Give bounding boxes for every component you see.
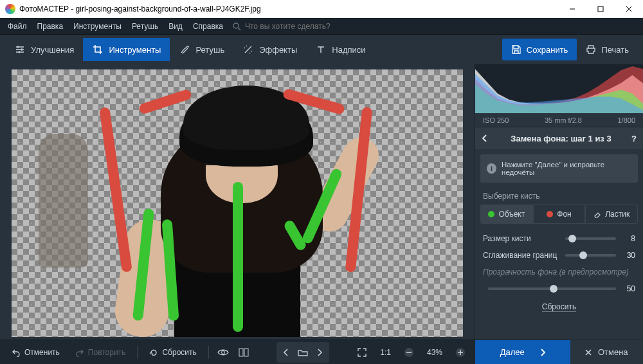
info-icon: i [487,163,496,174]
text-icon [315,44,327,55]
chevron-right-icon [540,349,545,356]
prev-file-button[interactable] [278,343,294,361]
main-area: Отменить Повторить Сбросить 1:1 [0,64,643,364]
meta-shutter: 1/800 [617,116,635,124]
redo-button[interactable]: Повторить [69,343,132,361]
window-minimize-button[interactable] [558,0,586,18]
menu-tools[interactable]: Инструменты [68,18,127,35]
open-folder-button[interactable] [294,343,311,361]
zoom-pct-label: 43% [427,348,442,357]
sliders-icon [14,44,26,55]
menu-help[interactable]: Справка [188,18,228,35]
svg-rect-0 [598,6,603,12]
menu-bar: Файл Правка Инструменты Ретушь Вид Справ… [0,18,643,35]
brush-bg-button[interactable]: Фон [533,205,586,224]
panel-back-button[interactable] [482,134,491,142]
panel-hint: i Нажмите "Далее" и исправьте недочёты [480,154,638,183]
zoom-in-button[interactable] [451,343,469,361]
background-figure [39,134,88,268]
preview-toggle-button[interactable] [214,343,232,361]
panel-footer: Далее Отмена [475,340,643,364]
tab-effects[interactable]: Эффекты [233,38,306,61]
window-title: ФотоМАСТЕР - girl-posing-against-backgro… [19,5,558,14]
brush-object-label: Объект [498,210,525,219]
reset-link[interactable]: Сбросить [542,302,576,312]
brush-section-label: Выберите кисть [475,188,643,205]
save-button[interactable]: Сохранить [502,39,577,60]
tab-text[interactable]: Надписи [306,38,374,61]
print-button[interactable]: Печать [577,39,638,60]
next-file-button[interactable] [311,343,328,361]
panel-title: Замена фона: шаг 1 из 3 [497,134,625,143]
meta-lens: 35 mm f/2.8 [545,116,582,124]
zoom-out-button[interactable] [400,343,418,361]
search-icon [232,22,241,31]
app-logo-icon [5,4,15,14]
brush-eraser-button[interactable]: Ластик [585,205,638,224]
redo-icon [75,348,84,357]
tab-label: Ретушь [195,45,224,55]
next-button[interactable]: Далее [475,340,570,364]
save-label: Сохранить [527,45,568,55]
window-maximize-button[interactable] [586,0,615,18]
fit-screen-button[interactable] [353,343,371,361]
bottom-bar: Отменить Повторить Сбросить 1:1 [0,340,475,364]
reset-icon [149,348,158,357]
window-close-button[interactable] [615,0,643,18]
divider [208,346,209,359]
tab-tools[interactable]: Инструменты [83,38,170,61]
file-nav-group [276,342,329,363]
opacity-hint: (в предпросмотре) [559,268,629,277]
next-label: Далее [500,347,525,357]
zoom-value[interactable]: 43% [421,343,449,361]
opacity-section-label: Прозрачность фона (в предпросмотре) [475,264,643,280]
canvas[interactable] [0,64,475,340]
brush-size-slider[interactable] [565,237,616,240]
bg-stroke [138,88,192,114]
opacity-slider[interactable] [488,287,616,290]
brush-size-value: 8 [621,234,635,243]
menu-view[interactable]: Вид [163,18,188,35]
menu-file[interactable]: Файл [3,18,32,35]
object-dot-icon [488,211,494,217]
smooth-row: Сглаживание границ 30 [475,247,643,264]
crop-icon [92,44,104,55]
menu-search-input[interactable] [241,22,370,31]
opacity-value: 50 [621,284,635,293]
redo-label: Повторить [88,348,126,357]
brush-bg-label: Фон [557,210,571,219]
menu-edit[interactable]: Правка [32,18,69,35]
right-sidebar: ISO 250 35 mm f/2.8 1/800 Замена фона: ш… [475,64,643,364]
image-preview[interactable] [12,69,463,337]
histogram-chart[interactable] [475,64,643,113]
reset-link-wrap: Сбросить [475,297,643,314]
tab-label: Улучшения [31,45,74,55]
opacity-row: 50 [475,280,643,297]
undo-button[interactable]: Отменить [5,343,66,361]
brush-buttons: Объект Фон Ластик [480,205,638,224]
cancel-label: Отмена [598,347,628,357]
svg-point-1 [233,23,239,28]
bg-dot-icon [547,211,553,217]
tool-tabs: Улучшения Инструменты Ретушь Эффекты Над… [0,35,643,64]
panel-help-button[interactable]: ? [631,134,637,143]
cancel-button[interactable]: Отмена [570,340,643,364]
zoom-ratio-label: 1:1 [380,348,391,357]
tab-retouch[interactable]: Ретушь [170,38,233,61]
subject-glasses [206,163,278,177]
opacity-label: Прозрачность фона [483,268,557,277]
canvas-wrap: Отменить Повторить Сбросить 1:1 [0,64,475,364]
tab-enhance[interactable]: Улучшения [5,38,83,61]
image-metadata: ISO 250 35 mm f/2.8 1/800 [475,113,643,127]
svg-rect-4 [244,349,248,356]
object-stroke [233,182,243,332]
smooth-slider[interactable] [565,254,616,257]
compare-toggle-button[interactable] [235,343,253,361]
reset-label: Сбросить [162,348,196,357]
menu-retouch[interactable]: Ретушь [127,18,163,35]
zoom-actual-button[interactable]: 1:1 [374,343,397,361]
window-titlebar: ФотоМАСТЕР - girl-posing-against-backgro… [0,0,643,18]
brush-object-button[interactable]: Объект [480,205,533,224]
print-icon [586,44,596,55]
reset-button[interactable]: Сбросить [143,343,203,361]
